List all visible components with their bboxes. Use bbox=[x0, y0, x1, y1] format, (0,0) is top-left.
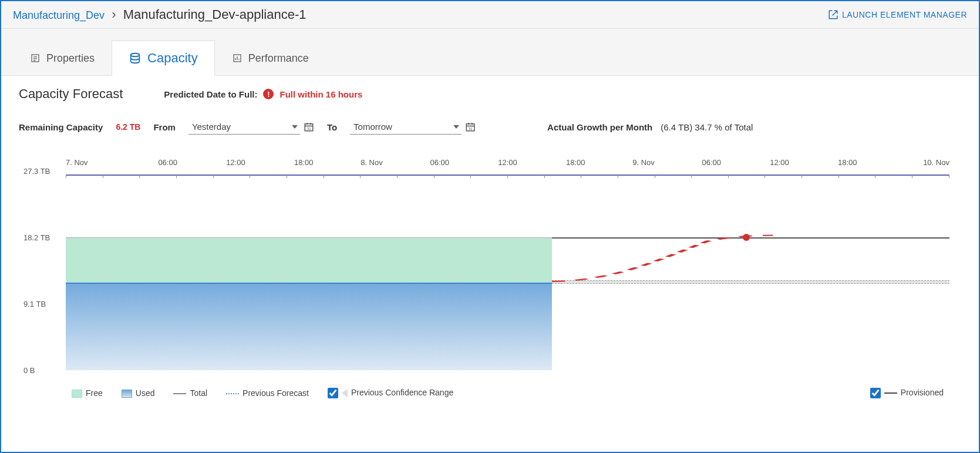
chart-legend: Free Used Total Previous Forecast Previo… bbox=[66, 388, 949, 398]
to-select[interactable]: Tomorrow bbox=[350, 119, 462, 135]
x-tick: 18:00 bbox=[541, 158, 609, 167]
svg-text:31: 31 bbox=[307, 127, 311, 130]
from-select[interactable]: Yesterday bbox=[188, 119, 300, 135]
performance-icon bbox=[232, 53, 243, 63]
x-tick: 12:00 bbox=[474, 158, 542, 167]
breadcrumb: Manufacturing_Dev › Manufacturing_Dev-ap… bbox=[13, 7, 307, 22]
content-area: Capacity Forecast Predicted Date to Full… bbox=[1, 76, 979, 409]
prev-conf-checkbox[interactable] bbox=[328, 388, 338, 398]
tab-performance[interactable]: Performance bbox=[215, 41, 326, 75]
legend-provisioned[interactable]: Provisioned bbox=[870, 388, 944, 398]
x-tick: 8. Nov bbox=[338, 158, 406, 167]
remaining-label: Remaining Capacity bbox=[19, 122, 103, 132]
forecast-curve bbox=[552, 234, 773, 281]
tab-properties[interactable]: Properties bbox=[13, 41, 112, 75]
free-area bbox=[66, 237, 552, 283]
predicted-to-full: Predicted Date to Full: ! Full within 16… bbox=[164, 89, 362, 99]
capacity-chart: 7. Nov 06:00 12:00 18:00 8. Nov 06:00 12… bbox=[19, 158, 961, 398]
top-scale-ticks bbox=[66, 175, 949, 179]
x-tick: 18:00 bbox=[270, 158, 338, 167]
to-label: To bbox=[327, 122, 337, 132]
breadcrumb-parent-link[interactable]: Manufacturing_Dev bbox=[13, 9, 105, 21]
provisioned-line bbox=[552, 237, 949, 239]
tab-capacity[interactable]: Capacity bbox=[112, 41, 215, 76]
forecast-title: Capacity Forecast bbox=[19, 86, 123, 102]
x-axis: 7. Nov 06:00 12:00 18:00 8. Nov 06:00 12… bbox=[66, 158, 949, 167]
plot-area[interactable]: 27.3 TB 18.2 TB 9.1 TB 0 B bbox=[66, 170, 949, 370]
x-tick: 10. Nov bbox=[881, 158, 949, 167]
legend-prev-forecast: Previous Forecast bbox=[226, 388, 309, 398]
tab-capacity-label: Capacity bbox=[147, 51, 198, 66]
legend-free: Free bbox=[72, 388, 103, 398]
provisioned-checkbox[interactable] bbox=[870, 388, 881, 398]
breadcrumb-separator: › bbox=[112, 7, 116, 22]
growth-value: (6.4 TB) 34.7 % of Total bbox=[661, 122, 753, 132]
y-tick: 9.1 TB bbox=[23, 299, 46, 308]
from-label: From bbox=[153, 122, 176, 132]
x-tick: 12:00 bbox=[202, 158, 270, 167]
svg-point-4 bbox=[131, 53, 140, 57]
legend-total: Total bbox=[173, 388, 207, 398]
y-tick: 27.3 TB bbox=[23, 167, 50, 176]
x-tick: 06:00 bbox=[406, 158, 474, 167]
x-tick: 9. Nov bbox=[609, 158, 678, 167]
launch-icon bbox=[828, 9, 838, 20]
x-tick: 06:00 bbox=[678, 158, 746, 167]
tab-bar: Properties Capacity Performance bbox=[1, 29, 979, 76]
confidence-band bbox=[552, 280, 949, 284]
predicted-label: Predicted Date to Full: bbox=[164, 89, 257, 99]
legend-prev-conf[interactable]: Previous Confidence Range bbox=[328, 388, 453, 398]
page-header: Manufacturing_Dev › Manufacturing_Dev-ap… bbox=[1, 1, 979, 29]
breadcrumb-current: Manufacturing_Dev-appliance-1 bbox=[123, 7, 307, 22]
properties-icon bbox=[30, 53, 41, 63]
capacity-icon bbox=[129, 52, 142, 65]
svg-text:31: 31 bbox=[469, 127, 473, 130]
growth-label: Actual Growth per Month bbox=[547, 122, 652, 132]
calendar-icon[interactable]: 31 bbox=[465, 122, 476, 132]
forecast-full-point bbox=[743, 234, 750, 241]
launch-link-label: LAUNCH ELEMENT MANAGER bbox=[842, 10, 967, 19]
tab-performance-label: Performance bbox=[248, 52, 309, 65]
x-tick: 7. Nov bbox=[66, 158, 134, 167]
alert-icon: ! bbox=[263, 89, 274, 99]
y-tick: 0 B bbox=[23, 366, 35, 375]
calendar-icon[interactable]: 31 bbox=[304, 122, 314, 132]
x-tick: 06:00 bbox=[134, 158, 202, 167]
tab-properties-label: Properties bbox=[46, 52, 95, 65]
launch-element-manager-link[interactable]: LAUNCH ELEMENT MANAGER bbox=[828, 9, 967, 20]
remaining-value: 6.2 TB bbox=[116, 122, 140, 132]
legend-used: Used bbox=[122, 388, 155, 398]
growth-info: Actual Growth per Month (6.4 TB) 34.7 % … bbox=[547, 122, 753, 132]
x-tick: 18:00 bbox=[813, 158, 881, 167]
y-tick: 18.2 TB bbox=[23, 233, 50, 241]
forecast-header: Capacity Forecast Predicted Date to Full… bbox=[19, 86, 961, 102]
predicted-value: Full within 16 hours bbox=[279, 89, 362, 99]
controls-row: Remaining Capacity 6.2 TB From Yesterday… bbox=[19, 119, 961, 135]
used-area bbox=[66, 283, 552, 370]
x-tick: 12:00 bbox=[746, 158, 814, 167]
